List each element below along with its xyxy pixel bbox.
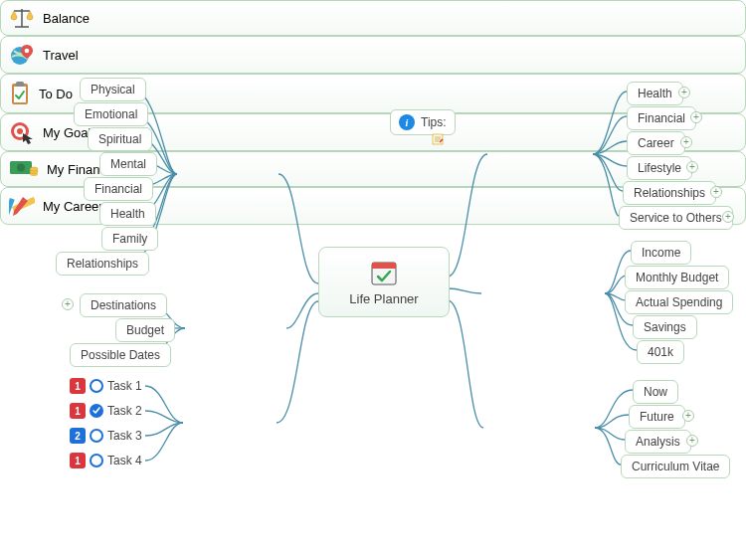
progress-circle-icon <box>90 429 103 443</box>
leaf-travel-budget[interactable]: Budget <box>115 318 175 342</box>
ruler-pencil-icon <box>9 194 35 218</box>
leaf-fin-401k[interactable]: 401k <box>637 340 684 364</box>
leaf-goals-career[interactable]: Career <box>627 131 685 155</box>
priority-badge: 2 <box>70 428 86 444</box>
leaf-career-future[interactable]: Future <box>629 405 685 429</box>
leaf-goals-lifestyle[interactable]: Lifestyle <box>627 156 692 180</box>
task-row-4[interactable]: 1 Task 4 <box>70 453 142 468</box>
progress-circle-icon <box>90 454 103 467</box>
expand-goals-service[interactable] <box>722 211 734 223</box>
branch-travel-label: Travel <box>43 48 79 63</box>
tips-node[interactable]: i Tips: <box>390 109 456 135</box>
expand-goals-career[interactable] <box>680 136 692 148</box>
task-label: Task 3 <box>107 429 142 443</box>
expand-goals-health[interactable] <box>678 87 690 98</box>
leaf-balance-emotional[interactable]: Emotional <box>74 102 148 126</box>
clipboard-check-icon <box>9 81 31 106</box>
leaf-balance-health[interactable]: Health <box>99 202 156 226</box>
svg-rect-6 <box>14 87 26 102</box>
leaf-career-analysis[interactable]: Analysis <box>625 430 691 454</box>
priority-badge: 1 <box>70 378 86 394</box>
tips-label: Tips: <box>421 115 447 129</box>
leaf-travel-destinations[interactable]: Destinations <box>80 293 167 317</box>
leaf-travel-dates[interactable]: Possible Dates <box>70 343 171 367</box>
leaf-balance-mental[interactable]: Mental <box>99 152 157 176</box>
scales-icon <box>9 7 35 29</box>
task-label: Task 4 <box>107 454 142 467</box>
branch-travel[interactable]: Travel <box>0 36 746 74</box>
expand-career-future[interactable] <box>682 410 694 422</box>
leaf-career-now[interactable]: Now <box>633 380 678 404</box>
branch-balance-label: Balance <box>43 11 90 26</box>
expand-goals-financial[interactable] <box>690 111 702 123</box>
target-cursor-icon <box>9 120 35 144</box>
calendar-check-icon <box>369 258 399 287</box>
svg-rect-1 <box>372 263 396 269</box>
expand-travel-destinations[interactable] <box>62 298 74 310</box>
globe-pin-icon <box>9 43 35 67</box>
leaf-balance-financial[interactable]: Financial <box>84 177 153 201</box>
leaf-fin-savings[interactable]: Savings <box>633 315 697 339</box>
leaf-balance-spiritual[interactable]: Spiritual <box>88 127 152 151</box>
progress-circle-icon <box>90 379 103 393</box>
branch-todo-label: To Do <box>39 87 73 101</box>
info-icon: i <box>399 114 415 130</box>
branch-balance[interactable]: Balance <box>0 0 746 36</box>
svg-point-15 <box>30 167 38 171</box>
svg-point-10 <box>17 128 23 134</box>
mindmap-canvas: Life Planner i Tips: Balance Physical Em… <box>0 0 746 560</box>
svg-point-4 <box>25 49 30 54</box>
leaf-balance-relationships[interactable]: Relationships <box>56 252 149 276</box>
money-icon <box>9 158 39 180</box>
priority-badge: 1 <box>70 403 86 419</box>
leaf-goals-health[interactable]: Health <box>627 82 683 105</box>
priority-badge: 1 <box>70 453 86 468</box>
leaf-balance-family[interactable]: Family <box>101 227 158 251</box>
leaf-goals-service[interactable]: Service to Others <box>619 206 733 230</box>
leaf-fin-income[interactable]: Income <box>631 241 691 265</box>
expand-goals-lifestyle[interactable] <box>686 161 698 173</box>
expand-goals-relationships[interactable] <box>710 186 722 198</box>
note-icon <box>432 133 444 145</box>
leaf-fin-spend[interactable]: Actual Spending <box>625 290 733 314</box>
task-label: Task 1 <box>107 379 142 393</box>
leaf-goals-relationships[interactable]: Relationships <box>623 181 716 205</box>
expand-career-analysis[interactable] <box>686 435 698 447</box>
leaf-balance-physical[interactable]: Physical <box>80 78 146 101</box>
svg-rect-7 <box>16 82 24 87</box>
leaf-goals-financial[interactable]: Financial <box>627 106 696 130</box>
task-label: Task 2 <box>107 404 142 418</box>
progress-circle-icon <box>90 404 103 418</box>
center-node[interactable]: Life Planner <box>318 247 450 317</box>
leaf-career-cv[interactable]: Curriculum Vitae <box>621 455 730 478</box>
task-row-3[interactable]: 2 Task 3 <box>70 428 142 444</box>
center-label: Life Planner <box>319 291 449 316</box>
task-row-2[interactable]: 1 Task 2 <box>70 403 142 419</box>
leaf-fin-budget[interactable]: Monthly Budget <box>625 266 729 289</box>
task-row-1[interactable]: 1 Task 1 <box>70 378 142 394</box>
svg-point-12 <box>17 164 25 172</box>
